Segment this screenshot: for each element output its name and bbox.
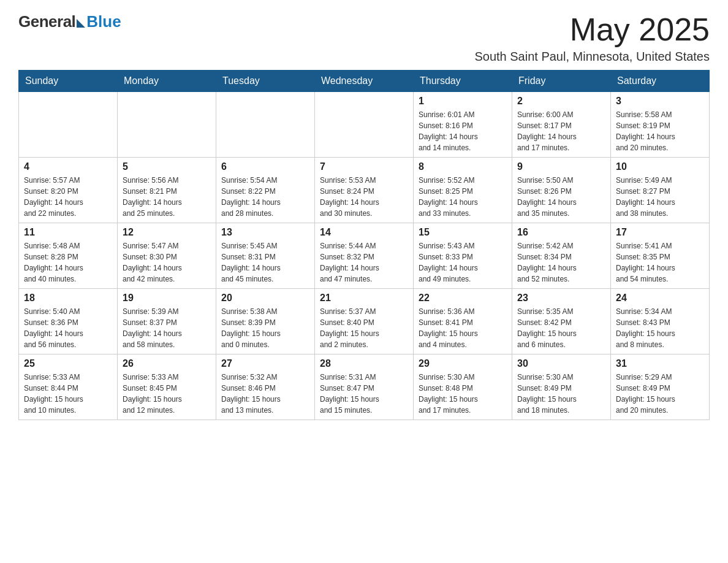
day-of-week-header: Friday: [512, 71, 611, 92]
table-row: 20Sunrise: 5:38 AMSunset: 8:39 PMDayligh…: [216, 289, 315, 354]
table-row: 23Sunrise: 5:35 AMSunset: 8:42 PMDayligh…: [512, 289, 611, 354]
table-row: 24Sunrise: 5:34 AMSunset: 8:43 PMDayligh…: [611, 289, 710, 354]
day-info: Sunrise: 5:37 AMSunset: 8:40 PMDaylight:…: [320, 306, 408, 350]
day-number: 29: [419, 358, 507, 369]
day-info: Sunrise: 5:58 AMSunset: 8:19 PMDaylight:…: [616, 109, 704, 153]
table-row: 14Sunrise: 5:44 AMSunset: 8:32 PMDayligh…: [315, 223, 414, 289]
day-info: Sunrise: 5:35 AMSunset: 8:42 PMDaylight:…: [517, 306, 605, 350]
calendar-week-row: 4Sunrise: 5:57 AMSunset: 8:20 PMDaylight…: [19, 158, 710, 223]
logo: General Blue: [18, 12, 121, 31]
table-row: 4Sunrise: 5:57 AMSunset: 8:20 PMDaylight…: [19, 158, 118, 223]
table-row: [19, 92, 118, 158]
day-number: 26: [123, 358, 211, 369]
day-number: 22: [419, 293, 507, 304]
day-info: Sunrise: 5:36 AMSunset: 8:41 PMDaylight:…: [419, 306, 507, 350]
day-info: Sunrise: 5:30 AMSunset: 8:49 PMDaylight:…: [517, 372, 605, 416]
day-number: 18: [24, 293, 112, 304]
day-of-week-header: Tuesday: [216, 71, 315, 92]
day-number: 14: [320, 227, 408, 238]
table-row: 13Sunrise: 5:45 AMSunset: 8:31 PMDayligh…: [216, 223, 315, 289]
table-row: 7Sunrise: 5:53 AMSunset: 8:24 PMDaylight…: [315, 158, 414, 223]
table-row: 17Sunrise: 5:41 AMSunset: 8:35 PMDayligh…: [611, 223, 710, 289]
day-number: 7: [320, 161, 408, 172]
day-info: Sunrise: 5:44 AMSunset: 8:32 PMDaylight:…: [320, 240, 408, 285]
table-row: 21Sunrise: 5:37 AMSunset: 8:40 PMDayligh…: [315, 289, 414, 354]
day-number: 20: [221, 293, 309, 304]
day-info: Sunrise: 5:57 AMSunset: 8:20 PMDaylight:…: [24, 175, 112, 219]
day-of-week-header: Monday: [118, 71, 216, 92]
title-area: May 2025 South Saint Paul, Minnesota, Un…: [474, 12, 710, 64]
day-number: 27: [221, 358, 309, 369]
page-header: General Blue May 2025 South Saint Paul, …: [18, 12, 710, 64]
table-row: 3Sunrise: 5:58 AMSunset: 8:19 PMDaylight…: [611, 92, 710, 158]
day-number: 10: [616, 161, 704, 172]
calendar-week-row: 25Sunrise: 5:33 AMSunset: 8:44 PMDayligh…: [19, 354, 710, 420]
day-info: Sunrise: 5:38 AMSunset: 8:39 PMDaylight:…: [221, 306, 309, 350]
day-number: 13: [221, 227, 309, 238]
day-of-week-header: Wednesday: [315, 71, 414, 92]
table-row: 18Sunrise: 5:40 AMSunset: 8:36 PMDayligh…: [19, 289, 118, 354]
table-row: 16Sunrise: 5:42 AMSunset: 8:34 PMDayligh…: [512, 223, 611, 289]
day-number: 11: [24, 227, 112, 238]
day-info: Sunrise: 5:42 AMSunset: 8:34 PMDaylight:…: [517, 240, 605, 285]
table-row: 9Sunrise: 5:50 AMSunset: 8:26 PMDaylight…: [512, 158, 611, 223]
day-info: Sunrise: 5:34 AMSunset: 8:43 PMDaylight:…: [616, 306, 704, 350]
table-row: [216, 92, 315, 158]
day-number: 25: [24, 358, 112, 369]
table-row: 12Sunrise: 5:47 AMSunset: 8:30 PMDayligh…: [118, 223, 216, 289]
day-info: Sunrise: 6:01 AMSunset: 8:16 PMDaylight:…: [419, 109, 507, 153]
day-info: Sunrise: 5:50 AMSunset: 8:26 PMDaylight:…: [517, 175, 605, 219]
table-row: 6Sunrise: 5:54 AMSunset: 8:22 PMDaylight…: [216, 158, 315, 223]
day-number: 23: [517, 293, 605, 304]
day-number: 2: [517, 96, 605, 107]
table-row: 8Sunrise: 5:52 AMSunset: 8:25 PMDaylight…: [414, 158, 512, 223]
day-info: Sunrise: 5:47 AMSunset: 8:30 PMDaylight:…: [123, 240, 211, 285]
day-info: Sunrise: 5:32 AMSunset: 8:46 PMDaylight:…: [221, 372, 309, 416]
day-number: 24: [616, 293, 704, 304]
table-row: [118, 92, 216, 158]
day-number: 1: [419, 96, 507, 107]
table-row: 11Sunrise: 5:48 AMSunset: 8:28 PMDayligh…: [19, 223, 118, 289]
day-of-week-header: Saturday: [611, 71, 710, 92]
table-row: 1Sunrise: 6:01 AMSunset: 8:16 PMDaylight…: [414, 92, 512, 158]
calendar-table: SundayMondayTuesdayWednesdayThursdayFrid…: [18, 70, 710, 420]
calendar-week-row: 1Sunrise: 6:01 AMSunset: 8:16 PMDaylight…: [19, 92, 710, 158]
day-number: 21: [320, 293, 408, 304]
day-of-week-header: Sunday: [19, 71, 118, 92]
day-number: 19: [123, 293, 211, 304]
day-number: 30: [517, 358, 605, 369]
table-row: 29Sunrise: 5:30 AMSunset: 8:48 PMDayligh…: [414, 354, 512, 420]
table-row: 10Sunrise: 5:49 AMSunset: 8:27 PMDayligh…: [611, 158, 710, 223]
day-number: 12: [123, 227, 211, 238]
calendar-header-row: SundayMondayTuesdayWednesdayThursdayFrid…: [19, 71, 710, 92]
table-row: 25Sunrise: 5:33 AMSunset: 8:44 PMDayligh…: [19, 354, 118, 420]
day-number: 15: [419, 227, 507, 238]
table-row: 5Sunrise: 5:56 AMSunset: 8:21 PMDaylight…: [118, 158, 216, 223]
day-info: Sunrise: 5:43 AMSunset: 8:33 PMDaylight:…: [419, 240, 507, 285]
day-info: Sunrise: 5:53 AMSunset: 8:24 PMDaylight:…: [320, 175, 408, 219]
table-row: 28Sunrise: 5:31 AMSunset: 8:47 PMDayligh…: [315, 354, 414, 420]
day-info: Sunrise: 5:31 AMSunset: 8:47 PMDaylight:…: [320, 372, 408, 416]
day-info: Sunrise: 5:33 AMSunset: 8:44 PMDaylight:…: [24, 372, 112, 416]
day-info: Sunrise: 5:30 AMSunset: 8:48 PMDaylight:…: [419, 372, 507, 416]
table-row: 27Sunrise: 5:32 AMSunset: 8:46 PMDayligh…: [216, 354, 315, 420]
day-number: 6: [221, 161, 309, 172]
month-year-title: May 2025: [474, 12, 710, 47]
day-info: Sunrise: 5:49 AMSunset: 8:27 PMDaylight:…: [616, 175, 704, 219]
logo-triangle-icon: [77, 19, 85, 28]
day-number: 28: [320, 358, 408, 369]
day-number: 16: [517, 227, 605, 238]
table-row: 30Sunrise: 5:30 AMSunset: 8:49 PMDayligh…: [512, 354, 611, 420]
logo-blue-text: Blue: [86, 12, 121, 31]
day-info: Sunrise: 5:56 AMSunset: 8:21 PMDaylight:…: [123, 175, 211, 219]
day-number: 31: [616, 358, 704, 369]
table-row: [315, 92, 414, 158]
day-info: Sunrise: 6:00 AMSunset: 8:17 PMDaylight:…: [517, 109, 605, 153]
day-info: Sunrise: 5:48 AMSunset: 8:28 PMDaylight:…: [24, 240, 112, 285]
day-info: Sunrise: 5:29 AMSunset: 8:49 PMDaylight:…: [616, 372, 704, 416]
day-info: Sunrise: 5:33 AMSunset: 8:45 PMDaylight:…: [123, 372, 211, 416]
day-info: Sunrise: 5:40 AMSunset: 8:36 PMDaylight:…: [24, 306, 112, 350]
day-info: Sunrise: 5:41 AMSunset: 8:35 PMDaylight:…: [616, 240, 704, 285]
day-of-week-header: Thursday: [414, 71, 512, 92]
table-row: 19Sunrise: 5:39 AMSunset: 8:37 PMDayligh…: [118, 289, 216, 354]
